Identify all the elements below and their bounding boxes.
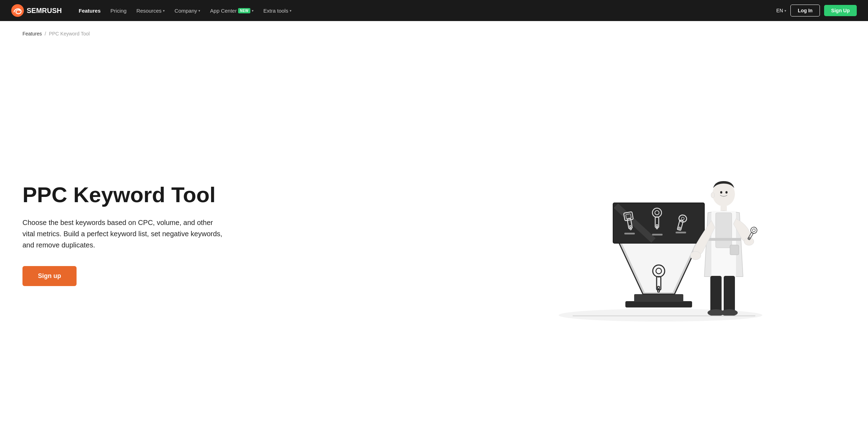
signup-nav-button[interactable]: Sign Up bbox=[824, 5, 857, 16]
language-selector[interactable]: EN ▾ bbox=[776, 8, 786, 13]
svg-rect-39 bbox=[708, 238, 741, 241]
breadcrumb-separator: / bbox=[45, 31, 46, 37]
svg-rect-3 bbox=[634, 294, 683, 302]
hero-description: Choose the best keywords based on CPC, v… bbox=[22, 217, 226, 251]
semrush-logo-icon bbox=[11, 4, 24, 17]
svg-point-0 bbox=[11, 4, 24, 17]
svg-rect-38 bbox=[730, 245, 739, 255]
company-chevron-icon: ▾ bbox=[198, 9, 200, 13]
svg-point-49 bbox=[752, 228, 756, 232]
nav-item-pricing[interactable]: Pricing bbox=[111, 8, 127, 14]
resources-chevron-icon: ▾ bbox=[163, 9, 165, 13]
svg-rect-2 bbox=[625, 301, 692, 307]
nav-links: Features Pricing Resources ▾ Company ▾ A… bbox=[79, 8, 765, 14]
svg-point-33 bbox=[725, 191, 728, 194]
svg-rect-25 bbox=[676, 232, 686, 233]
app-center-chevron-icon: ▾ bbox=[252, 9, 254, 13]
nav-item-extra-tools[interactable]: Extra tools ▾ bbox=[263, 8, 291, 14]
svg-rect-23 bbox=[624, 233, 635, 234]
svg-point-34 bbox=[711, 192, 715, 198]
hero-left: PPC Keyword Tool Choose the best keyword… bbox=[22, 183, 475, 286]
nav-item-features[interactable]: Features bbox=[79, 8, 101, 14]
svg-point-32 bbox=[720, 191, 722, 194]
svg-rect-40 bbox=[710, 276, 722, 313]
ppc-keyword-illustration bbox=[552, 143, 769, 326]
app-center-badge: NEW bbox=[238, 8, 250, 13]
breadcrumb-parent[interactable]: Features bbox=[22, 31, 42, 37]
main-content: PPC Keyword Tool Choose the best keyword… bbox=[0, 37, 868, 424]
signup-main-button[interactable]: Sign up bbox=[22, 266, 77, 286]
extra-tools-chevron-icon: ▾ bbox=[290, 9, 291, 13]
svg-point-44 bbox=[690, 251, 701, 260]
hero-illustration bbox=[475, 143, 846, 326]
breadcrumb-current: PPC Keyword Tool bbox=[49, 31, 90, 37]
nav-item-app-center[interactable]: App Center NEW ▾ bbox=[210, 8, 254, 14]
logo-text: SEMRUSH bbox=[27, 7, 62, 15]
page-title: PPC Keyword Tool bbox=[22, 183, 461, 207]
nav-right: EN ▾ Log In Sign Up bbox=[776, 5, 857, 16]
svg-rect-37 bbox=[716, 213, 732, 248]
lang-chevron-icon: ▾ bbox=[784, 9, 786, 13]
svg-rect-41 bbox=[724, 276, 735, 313]
breadcrumb: Features / PPC Keyword Tool bbox=[0, 21, 868, 37]
main-nav: SEMRUSH Features Pricing Resources ▾ Com… bbox=[0, 0, 868, 21]
nav-item-company[interactable]: Company ▾ bbox=[175, 8, 200, 14]
nav-item-resources[interactable]: Resources ▾ bbox=[136, 8, 165, 14]
login-button[interactable]: Log In bbox=[790, 5, 820, 16]
logo[interactable]: SEMRUSH bbox=[11, 4, 62, 17]
svg-rect-24 bbox=[652, 234, 663, 236]
svg-point-43 bbox=[721, 309, 738, 316]
